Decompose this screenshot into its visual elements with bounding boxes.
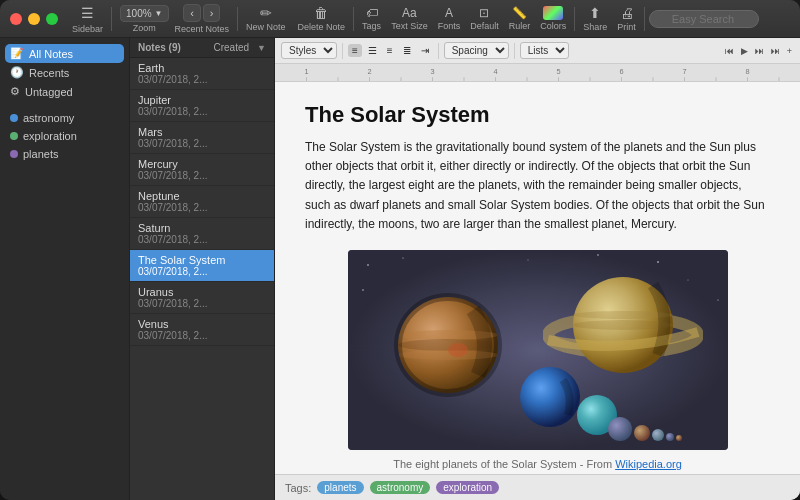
- minimize-button[interactable]: [28, 13, 40, 25]
- media-back-icon[interactable]: ⏮: [723, 45, 736, 57]
- note-name: Neptune: [138, 190, 266, 202]
- sidebar-item-recents[interactable]: 🕐 Recents: [0, 63, 129, 82]
- zoom-label: Zoom: [133, 23, 156, 33]
- sidebar-item-label-all-notes: All Notes: [29, 48, 73, 60]
- all-notes-icon: 📝: [10, 47, 24, 60]
- ruler-label: Ruler: [509, 21, 531, 31]
- format-toolbar-right: ⏮ ▶ ⏭ ⏭ +: [723, 45, 794, 57]
- note-item[interactable]: Uranus 03/07/2018, 2...: [130, 282, 274, 314]
- nav-forward-button[interactable]: ›: [203, 4, 221, 22]
- note-item[interactable]: The Solar System 03/07/2018, 2...: [130, 250, 274, 282]
- image-caption-link[interactable]: Wikipedia.org: [615, 458, 682, 470]
- notes-list-created-col: Created: [214, 42, 250, 53]
- align-center-button[interactable]: ☰: [364, 44, 381, 57]
- doc-body: The Solar System is the gravitationally …: [305, 138, 770, 234]
- sort-icon[interactable]: ▼: [257, 43, 266, 53]
- tags-bar: Tags: planets astronomy exploration: [275, 474, 800, 500]
- close-button[interactable]: [10, 13, 22, 25]
- svg-point-44: [573, 320, 673, 330]
- search-box-wrap: 🔍: [649, 10, 759, 28]
- doc-content[interactable]: The Solar System The Solar System is the…: [275, 82, 800, 474]
- search-input[interactable]: [649, 10, 759, 28]
- format-toolbar: Styles ≡ ☰ ≡ ≣ ⇥ Spacing Lists ⏮ ▶: [275, 38, 800, 64]
- styles-select[interactable]: Styles: [281, 42, 337, 59]
- svg-point-27: [402, 257, 403, 258]
- new-note-icon: ✏: [260, 5, 272, 21]
- note-date: 03/07/2018, 2...: [138, 298, 266, 309]
- zoom-value: 100%: [126, 8, 152, 19]
- doc-image-container: The eight planets of the Solar System - …: [305, 250, 770, 470]
- planet-scene: [348, 250, 728, 450]
- app-window: ☰ Sidebar 100% ▼ Zoom ‹ › Recent Notes: [0, 0, 800, 500]
- fonts-label: Fonts: [438, 21, 461, 31]
- note-date: 03/07/2018, 2...: [138, 202, 266, 213]
- note-item[interactable]: Mercury 03/07/2018, 2...: [130, 154, 274, 186]
- untagged-icon: ⚙: [10, 85, 20, 98]
- title-bar: ☰ Sidebar 100% ▼ Zoom ‹ › Recent Notes: [0, 0, 800, 38]
- delete-note-icon: 🗑: [314, 5, 328, 21]
- tag-pill-exploration[interactable]: exploration: [436, 481, 499, 494]
- notes-list-title: Notes (9): [138, 42, 210, 53]
- delete-note-label: Delete Note: [298, 22, 346, 32]
- sidebar-item-astronomy[interactable]: astronomy: [0, 109, 129, 127]
- sidebar-label: Sidebar: [72, 24, 103, 34]
- svg-point-30: [362, 289, 363, 290]
- ruler-icon: 📏: [512, 6, 527, 20]
- sidebar-item-label-recents: Recents: [29, 67, 69, 79]
- add-media-icon[interactable]: +: [785, 45, 794, 57]
- tags-bar-label: Tags:: [285, 482, 311, 494]
- note-item[interactable]: Saturn 03/07/2018, 2...: [130, 218, 274, 250]
- sidebar-item-planets[interactable]: planets: [0, 145, 129, 163]
- align-left-button[interactable]: ≡: [348, 44, 362, 57]
- main-area: 📝 All Notes 🕐 Recents ⚙ Untagged astrono…: [0, 38, 800, 500]
- sidebar-item-all-notes[interactable]: 📝 All Notes: [5, 44, 124, 63]
- svg-text:5: 5: [556, 69, 560, 76]
- share-icon: ⬆: [589, 5, 601, 21]
- svg-text:1: 1: [304, 69, 308, 76]
- tag-pill-astronomy[interactable]: astronomy: [370, 481, 431, 494]
- doc-title: The Solar System: [305, 102, 770, 128]
- spacing-select[interactable]: Spacing: [444, 42, 509, 59]
- media-end-icon[interactable]: ⏭: [769, 45, 782, 57]
- note-item[interactable]: Neptune 03/07/2018, 2...: [130, 186, 274, 218]
- tags-label: Tags: [362, 21, 381, 31]
- svg-point-32: [527, 259, 528, 260]
- editor-area: Styles ≡ ☰ ≡ ≣ ⇥ Spacing Lists ⏮ ▶: [275, 38, 800, 500]
- svg-text:6: 6: [619, 69, 623, 76]
- notes-list-header: Notes (9) Created ▼: [130, 38, 274, 58]
- maximize-button[interactable]: [46, 13, 58, 25]
- svg-text:2: 2: [367, 69, 371, 76]
- indent-button[interactable]: ⇥: [417, 44, 433, 57]
- lists-select[interactable]: Lists: [520, 42, 569, 59]
- default-label: Default: [470, 21, 499, 31]
- planets-tag-dot: [10, 150, 18, 158]
- sidebar-item-exploration[interactable]: exploration: [0, 127, 129, 145]
- sidebar-toggle-button[interactable]: ☰: [77, 3, 98, 23]
- note-item[interactable]: Jupiter 03/07/2018, 2...: [130, 90, 274, 122]
- recent-notes-label: Recent Notes: [175, 24, 230, 34]
- new-note-label: New Note: [246, 22, 286, 32]
- tag-pill-planets[interactable]: planets: [317, 481, 363, 494]
- svg-point-33: [597, 254, 598, 255]
- media-play-icon[interactable]: ▶: [739, 45, 750, 57]
- svg-text:7: 7: [682, 69, 686, 76]
- solar-system-image: [348, 250, 728, 450]
- sidebar-item-label-exploration: exploration: [23, 130, 77, 142]
- justify-button[interactable]: ≣: [399, 44, 415, 57]
- zoom-control[interactable]: 100% ▼: [120, 5, 169, 22]
- note-date: 03/07/2018, 2...: [138, 106, 266, 117]
- sidebar-item-untagged[interactable]: ⚙ Untagged: [0, 82, 129, 101]
- note-item[interactable]: Venus 03/07/2018, 2...: [130, 314, 274, 346]
- note-date: 03/07/2018, 2...: [138, 234, 266, 245]
- media-forward-icon[interactable]: ⏭: [753, 45, 766, 57]
- align-right-button[interactable]: ≡: [383, 44, 397, 57]
- note-name: Earth: [138, 62, 266, 74]
- colors-label: Colors: [540, 21, 566, 31]
- note-item[interactable]: Mars 03/07/2018, 2...: [130, 122, 274, 154]
- ruler: 1 2 3 4 5 6 7 8: [275, 64, 800, 82]
- note-item[interactable]: Earth 03/07/2018, 2...: [130, 58, 274, 90]
- svg-text:8: 8: [745, 69, 749, 76]
- nav-back-button[interactable]: ‹: [183, 4, 201, 22]
- note-date: 03/07/2018, 2...: [138, 266, 266, 277]
- tags-icon: 🏷: [366, 6, 378, 20]
